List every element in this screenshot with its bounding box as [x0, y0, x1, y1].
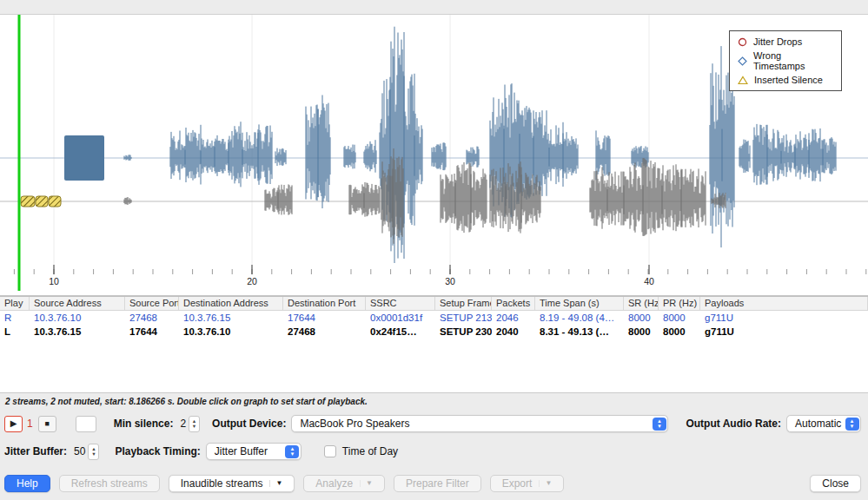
cell-sr-hz: 8000 — [624, 311, 659, 325]
column-header-ssrc[interactable]: SSRC — [366, 297, 435, 310]
inaudible-streams-button[interactable]: Inaudible streams ▼ — [169, 475, 295, 492]
output-device-select[interactable]: MacBook Pro Speakers ▲▼ — [291, 415, 668, 432]
cell-source-address: 10.3.76.15 — [30, 325, 125, 339]
column-header-destination-address[interactable]: Destination Address — [179, 297, 283, 310]
inaudible-streams-label: Inaudible streams — [181, 477, 263, 490]
cell-play: R — [0, 311, 30, 325]
stop-icon: ■ — [44, 420, 49, 428]
analyze-label: Analyze — [315, 477, 353, 490]
playback-timing-select[interactable]: Jitter Buffer ▲▼ — [206, 443, 301, 460]
cell-destination-address: 10.3.76.10 — [179, 325, 283, 339]
cell-destination-port: 17644 — [283, 311, 366, 325]
legend-label: Wrong Timestamps — [753, 50, 833, 71]
cell-sr-hz: 8000 — [624, 325, 659, 339]
output-audio-rate-value: Automatic — [795, 418, 841, 430]
column-header-time-span-s[interactable]: Time Span (s) — [535, 297, 624, 310]
cell-ssrc: 0x24f15… — [366, 325, 435, 339]
cell-source-port: 17644 — [125, 325, 179, 339]
min-silence-label: Min silence: — [114, 418, 174, 430]
output-audio-rate-select[interactable]: Automatic ▲▼ — [786, 415, 861, 432]
footer-button-bar: Help Refresh streams Inaudible streams ▼… — [4, 474, 861, 493]
time-of-day-label[interactable]: Time of Day — [342, 445, 398, 457]
min-silence-value: 2 — [180, 418, 186, 430]
stream-table-body: R10.3.76.102746810.3.76.15176440x0001d31… — [0, 311, 868, 393]
stop-button[interactable]: ■ — [38, 416, 56, 432]
output-device-value: MacBook Pro Speakers — [300, 418, 409, 430]
play-button[interactable]: ▶ — [4, 416, 23, 432]
column-header-packets[interactable]: Packets — [492, 297, 535, 310]
playback-timing-label: Playback Timing: — [115, 445, 200, 457]
column-header-source-port[interactable]: Source Port — [125, 297, 179, 310]
column-header-source-address[interactable]: Source Address — [30, 297, 125, 310]
jitter-buffer-label: Jitter Buffer: — [4, 445, 67, 457]
jitter-buffer-value: 50 — [74, 445, 85, 457]
inserted-silence-marker — [49, 196, 61, 207]
popup-chevrons-icon: ▲▼ — [285, 445, 299, 458]
legend-label: Inserted Silence — [754, 75, 823, 85]
playback-controls-row: ▶ 1 ■ Min silence: 2 ▲▼ Output Device: M… — [4, 414, 861, 433]
waveform-block-right-channel — [64, 135, 104, 181]
cell-time-span-s: 8.31 - 49.13 (… — [535, 325, 624, 339]
play-icon: ▶ — [10, 419, 17, 428]
analyze-button[interactable]: Analyze ▼ — [303, 475, 385, 492]
rtp-player-window: 10203040 Jitter Drops Wrong Timestamps I… — [0, 0, 868, 500]
playback-timing-value: Jitter Buffer — [215, 445, 268, 457]
cell-payloads: g711U — [700, 311, 868, 325]
output-device-label: Output Device: — [212, 418, 286, 430]
cell-destination-port: 27468 — [283, 325, 366, 339]
legend: Jitter Drops Wrong Timestamps Inserted S… — [729, 30, 842, 91]
help-button[interactable]: Help — [4, 475, 50, 492]
legend-item-wrong-timestamps: Wrong Timestamps — [730, 49, 841, 73]
cell-source-port: 27468 — [125, 311, 179, 325]
stream-row[interactable]: L10.3.76.151764410.3.76.10274680x24f15…S… — [0, 325, 868, 339]
cell-packets: 2040 — [492, 325, 535, 339]
time-of-day-checkbox[interactable] — [324, 445, 336, 457]
waveform-panel[interactable]: 10203040 Jitter Drops Wrong Timestamps I… — [0, 14, 868, 296]
inserted-silence-marker — [36, 196, 48, 207]
inserted-silence-marker — [21, 196, 35, 207]
legend-item-jitter-drops: Jitter Drops — [730, 35, 841, 49]
play-count: 1 — [27, 418, 33, 430]
chevron-down-icon: ▼ — [269, 480, 282, 487]
cell-time-span-s: 8.19 - 49.08 (4… — [535, 311, 624, 325]
jitter-buffer-stepper[interactable]: ▲▼ — [88, 444, 99, 460]
axis-tick-label: 20 — [247, 276, 257, 286]
legend-label: Jitter Drops — [753, 36, 802, 47]
column-header-pr-hz[interactable]: PR (Hz) — [659, 297, 700, 310]
column-header-sr-hz[interactable]: SR (Hz) — [624, 297, 659, 310]
wrong-timestamps-diamond-icon — [738, 56, 747, 66]
cell-pr-hz: 8000 — [659, 311, 700, 325]
axis-tick-label: 40 — [644, 276, 654, 286]
cell-destination-address: 10.3.76.15 — [179, 311, 283, 325]
prepare-filter-button[interactable]: Prepare Filter — [394, 475, 481, 492]
status-line: 2 streams, 2 not muted, start: 8.186266 … — [5, 397, 368, 406]
legend-item-inserted-silence: Inserted Silence — [730, 73, 841, 87]
stream-row[interactable]: R10.3.76.102746810.3.76.15176440x0001d31… — [0, 311, 868, 325]
timing-controls-row: Jitter Buffer: 50 ▲▼ Playback Timing: Ji… — [4, 442, 861, 461]
min-silence-stepper[interactable]: ▲▼ — [189, 416, 200, 432]
axis-tick-label: 10 — [49, 276, 59, 286]
export-button[interactable]: Export ▼ — [490, 475, 565, 492]
close-button[interactable]: Close — [810, 475, 861, 492]
jitter-drops-circle-icon — [738, 37, 747, 47]
cell-payloads: g711U — [700, 325, 868, 339]
stepper-down-icon: ▼ — [91, 451, 96, 457]
column-header-destination-port[interactable]: Destination Port — [283, 297, 366, 310]
refresh-streams-button[interactable]: Refresh streams — [59, 475, 160, 492]
column-header-play[interactable]: Play — [0, 297, 30, 310]
output-audio-rate-label: Output Audio Rate: — [686, 418, 781, 430]
column-header-payloads[interactable]: Payloads — [700, 297, 868, 310]
cell-pr-hz: 8000 — [659, 325, 700, 339]
export-label: Export — [502, 477, 533, 490]
cell-source-address: 10.3.76.10 — [30, 311, 125, 325]
pause-indicator-box[interactable] — [76, 416, 96, 432]
cell-setup-frame: SETUP 2306 — [435, 325, 492, 339]
axis-tick-label: 30 — [445, 276, 455, 286]
column-header-setup-frame[interactable]: Setup Frame▲ — [435, 297, 492, 310]
stream-table-header: PlaySource AddressSource PortDestination… — [0, 296, 868, 311]
inserted-silence-triangle-icon — [738, 76, 748, 85]
cell-play: L — [0, 325, 30, 339]
chevron-down-icon: ▼ — [360, 480, 373, 487]
popup-chevrons-icon: ▲▼ — [653, 418, 666, 431]
cell-ssrc: 0x0001d31f — [366, 311, 435, 325]
